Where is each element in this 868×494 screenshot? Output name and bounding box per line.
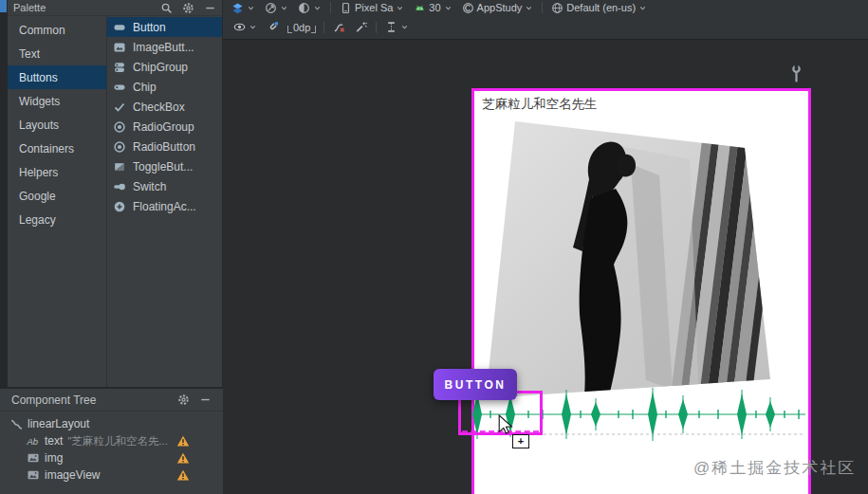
chevron-down-icon [280,4,288,12]
locale-selector-label: Default (en-us) [566,2,636,13]
phone-icon [340,2,352,14]
palette-item-label: FloatingAc... [133,200,196,213]
palette-item-label: Chip [133,81,157,94]
tree-item-imageview[interactable]: imageView [0,467,223,484]
palette-category-containers[interactable]: Containers [8,137,106,160]
palette-category-helpers[interactable]: Helpers [8,160,106,184]
tree-item-label: imageView [45,468,100,482]
palette-item-label: RadioGroup [133,120,194,134]
locale-selector[interactable]: Default (en-us) [546,0,652,15]
linearlayout-icon [9,417,23,430]
dragged-button-preview[interactable]: BUTTON [434,369,517,400]
night-mode-selector[interactable] [293,0,326,15]
chevron-down-icon [247,4,255,12]
margin-bracket-left [287,26,292,33]
magic-wand-icon [355,21,367,33]
text-icon: Ab [27,434,40,448]
palette-item-label: ToggleBut... [133,160,193,174]
tree-item-value: "芝麻粒儿和空名先... [67,434,168,448]
palette-item-radiobutton[interactable]: RadioButton [107,137,222,156]
palette-item-switch[interactable]: Switch [107,176,222,196]
component-tree-panel: Component Tree linearLayoutAbtext"芝麻粒儿和空… [0,387,223,494]
magnet-icon [267,21,279,33]
palette-item-label: ImageButt... [133,41,194,54]
droid-icon [414,2,426,14]
watermark-text: @稀土掘金技术社区 [693,457,856,479]
textview-preview[interactable]: 芝麻粒儿和空名先生 [482,96,598,113]
palette-category-google[interactable]: Google [8,184,106,208]
palette-category-common[interactable]: Common [8,18,106,42]
chip-icon [113,81,126,94]
orientation-selector[interactable] [260,0,293,15]
infer-constraints-button[interactable] [350,15,372,39]
device-selector[interactable]: Pixel Sa [335,0,409,15]
chevron-down-icon [444,4,452,12]
theme-selector-label: AppStudy [477,2,523,13]
chevron-down-icon [396,4,404,12]
minimize-icon[interactable] [199,393,212,406]
warning-icon[interactable] [176,434,190,448]
orientation-icon [265,2,277,14]
tree-item-linearlayout[interactable]: linearLayout [0,415,223,432]
gear-icon[interactable] [177,393,190,406]
svg-text:Ab: Ab [27,436,38,447]
tree-item-text[interactable]: Abtext"芝麻粒儿和空名先... [0,432,223,449]
palette-item-radiogroup[interactable]: RadioGroup [107,117,222,137]
layers-icon [231,2,244,14]
clear-constraints-button[interactable] [328,15,350,39]
theme-selector[interactable]: AppStudy [457,0,539,15]
eye-icon [233,21,246,33]
tree-item-img[interactable]: img [0,449,223,467]
fab-icon [113,200,126,213]
device-selector-label: Pixel Sa [355,2,393,13]
autoconnect-toggle[interactable] [262,15,284,39]
palette-panel: Palette CommonTextButtonsWidgetsLayoutsC… [8,0,223,387]
align-menu-button[interactable] [380,15,414,39]
search-icon[interactable] [160,2,173,14]
palette-item-label: RadioButton [133,140,195,154]
button-icon [113,21,126,34]
imagebutton-icon [113,41,126,54]
palette-header: Palette [8,0,222,16]
gear-icon[interactable] [182,2,194,14]
palette-item-togglebut[interactable]: ToggleBut... [107,156,222,176]
api-version-label: 30 [429,2,440,13]
chevron-down-icon [638,4,647,12]
chevron-down-icon [249,23,257,31]
wrench-icon[interactable] [790,64,803,82]
palette-item-imagebutt[interactable]: ImageButt... [107,37,222,57]
palette-item-floatingac[interactable]: FloatingAc... [107,196,222,216]
design-toolbar-secondary: 0dp [223,15,868,40]
palette-item-chipgroup[interactable]: ChipGroup [107,57,222,77]
warning-icon[interactable] [176,468,190,482]
warning-icon[interactable] [176,451,190,465]
design-surface-selector[interactable] [227,0,260,15]
chevron-down-icon [525,4,533,12]
palette-category-buttons[interactable]: Buttons [8,65,106,89]
palette-category-widgets[interactable]: Widgets [8,89,106,113]
default-margins-button[interactable]: 0dp [284,22,320,33]
palette-item-label: CheckBox [133,101,185,114]
palette-category-text[interactable]: Text [8,42,106,65]
chevron-down-icon [400,23,409,31]
default-margins-label: 0dp [293,22,310,33]
tree-item-label: linearLayout [28,417,89,430]
palette-category-legacy[interactable]: Legacy [8,208,106,231]
palette-title: Palette [13,2,46,13]
component-tree-title: Component Tree [11,393,96,407]
palette-category-layouts[interactable]: Layouts [8,113,106,137]
minimize-icon[interactable] [204,2,216,14]
night-mode-icon [298,2,310,14]
palette-item-checkbox[interactable]: CheckBox [107,97,222,117]
palette-item-chip[interactable]: Chip [107,77,222,97]
view-options-button[interactable] [229,15,262,39]
window-edge-accent [0,0,7,12]
api-version-selector[interactable]: 30 [409,0,456,15]
component-tree-header: Component Tree [0,389,223,412]
palette-item-label: ChipGroup [133,61,188,74]
drag-copy-plus-badge: + [512,434,529,448]
checkbox-icon [113,101,126,114]
palette-category-list: CommonTextButtonsWidgetsLayoutsContainer… [8,16,107,387]
togglebutton-icon [113,160,126,174]
palette-item-button[interactable]: Button [107,17,222,37]
